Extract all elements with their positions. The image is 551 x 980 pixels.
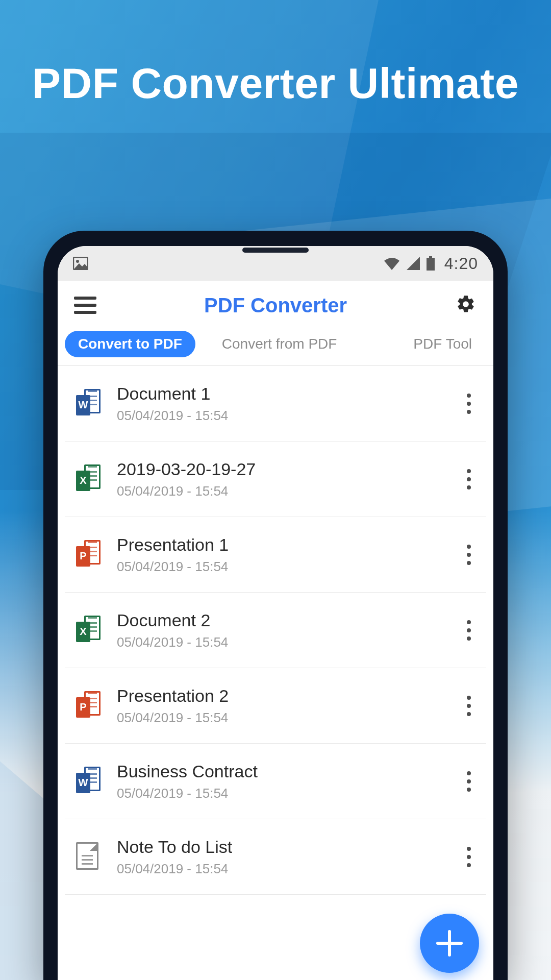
menu-button[interactable] xyxy=(71,291,99,320)
file-row[interactable]: Note To do List05/04/2019 - 15:54 xyxy=(65,819,486,895)
file-overflow-button[interactable] xyxy=(457,696,481,716)
phone-screen: 4:20 PDF Converter Convert to PDF Conver… xyxy=(58,246,493,980)
battery-icon xyxy=(426,256,435,271)
svg-rect-2 xyxy=(429,256,432,258)
file-date: 05/04/2019 - 15:54 xyxy=(117,710,457,726)
file-row[interactable]: X2019-03-20-19-2705/04/2019 - 15:54 xyxy=(65,442,486,517)
more-vertical-icon xyxy=(467,696,471,716)
more-vertical-icon xyxy=(467,469,471,489)
app-header: PDF Converter xyxy=(58,281,493,330)
file-date: 05/04/2019 - 15:54 xyxy=(117,559,457,575)
promo-title: PDF Converter Ultimate xyxy=(0,59,551,108)
file-overflow-button[interactable] xyxy=(457,469,481,489)
file-name: Note To do List xyxy=(117,837,457,857)
tab-convert-from-pdf[interactable]: Convert from PDF xyxy=(208,331,352,357)
excel-file-icon: X xyxy=(70,464,107,494)
tab-pdf-tool[interactable]: PDF Tool xyxy=(399,331,486,357)
file-overflow-button[interactable] xyxy=(457,545,481,565)
file-overflow-button[interactable] xyxy=(457,620,481,641)
status-bar: 4:20 xyxy=(58,246,493,281)
svg-rect-3 xyxy=(427,258,435,271)
cell-signal-icon xyxy=(407,257,420,270)
file-row[interactable]: WBusiness Contract05/04/2019 - 15:54 xyxy=(65,744,486,819)
image-notification-icon xyxy=(73,257,88,270)
tab-bar: Convert to PDF Convert from PDF PDF Tool xyxy=(58,330,493,366)
tab-convert-to-pdf[interactable]: Convert to PDF xyxy=(65,331,195,357)
file-row[interactable]: PPresentation 205/04/2019 - 15:54 xyxy=(65,668,486,744)
file-row[interactable]: PPresentation 105/04/2019 - 15:54 xyxy=(65,517,486,593)
add-file-button[interactable] xyxy=(420,914,479,973)
status-time: 4:20 xyxy=(444,254,478,273)
file-name: 2019-03-20-19-27 xyxy=(117,459,457,479)
file-overflow-button[interactable] xyxy=(457,847,481,867)
gear-icon xyxy=(456,294,476,316)
word-file-icon: W xyxy=(70,389,107,419)
hamburger-icon xyxy=(74,297,96,314)
file-overflow-button[interactable] xyxy=(457,394,481,414)
phone-frame: 4:20 PDF Converter Convert to PDF Conver… xyxy=(43,231,508,980)
more-vertical-icon xyxy=(467,771,471,792)
txt-file-icon xyxy=(70,842,107,872)
app-title: PDF Converter xyxy=(99,294,452,317)
more-vertical-icon xyxy=(467,394,471,414)
svg-point-1 xyxy=(76,260,79,263)
file-date: 05/04/2019 - 15:54 xyxy=(117,408,457,424)
ppt-file-icon: P xyxy=(70,540,107,570)
settings-button[interactable] xyxy=(452,291,480,320)
file-row[interactable]: XDocument 205/04/2019 - 15:54 xyxy=(65,593,486,668)
ppt-file-icon: P xyxy=(70,691,107,721)
wifi-icon xyxy=(383,257,400,270)
file-name: Presentation 1 xyxy=(117,535,457,555)
file-row[interactable]: WDocument 105/04/2019 - 15:54 xyxy=(65,366,486,442)
word-file-icon: W xyxy=(70,767,107,796)
file-name: Business Contract xyxy=(117,762,457,781)
file-date: 05/04/2019 - 15:54 xyxy=(117,861,457,877)
more-vertical-icon xyxy=(467,545,471,565)
file-date: 05/04/2019 - 15:54 xyxy=(117,634,457,650)
file-name: Document 1 xyxy=(117,384,457,404)
more-vertical-icon xyxy=(467,847,471,867)
file-date: 05/04/2019 - 15:54 xyxy=(117,483,457,499)
more-vertical-icon xyxy=(467,620,471,641)
file-name: Document 2 xyxy=(117,610,457,630)
file-list[interactable]: WDocument 105/04/2019 - 15:54X2019-03-20… xyxy=(58,366,493,980)
excel-file-icon: X xyxy=(70,616,107,645)
file-overflow-button[interactable] xyxy=(457,771,481,792)
file-date: 05/04/2019 - 15:54 xyxy=(117,786,457,801)
file-name: Presentation 2 xyxy=(117,686,457,706)
